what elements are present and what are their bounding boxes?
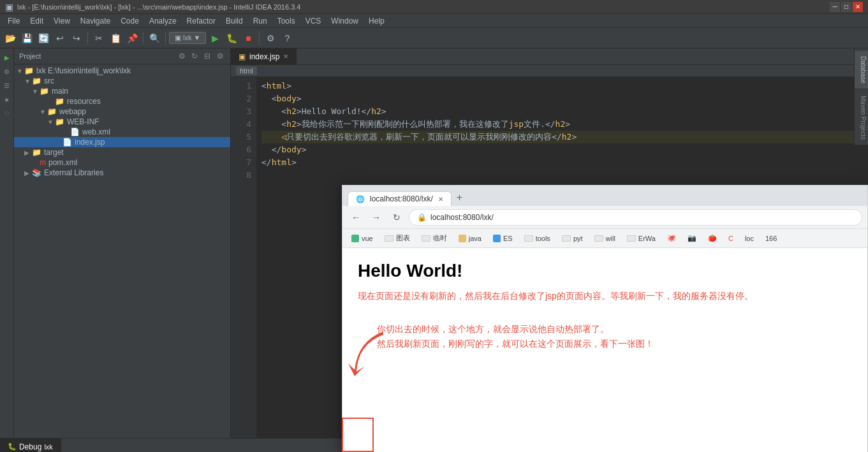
- menu-item-analyze[interactable]: Analyze: [144, 15, 182, 27]
- menu-item-view[interactable]: View: [48, 15, 75, 27]
- browser-tab-lxk[interactable]: 🌐 localhost:8080/lxk/ ✕: [348, 191, 452, 206]
- browser-tab-close[interactable]: ✕: [438, 196, 443, 203]
- bookmark-extra-1[interactable]: 📷: [684, 233, 700, 244]
- tree-arrow-src: ▼: [24, 78, 32, 85]
- maximize-button[interactable]: □: [841, 2, 851, 12]
- tree-label-pomxml: pom.xml: [48, 158, 77, 167]
- menu-item-run[interactable]: Run: [248, 15, 272, 27]
- bookmark-github[interactable]: 🐙: [663, 233, 680, 244]
- panel-collapse-icon[interactable]: ⊟: [202, 51, 212, 61]
- address-bar[interactable]: 🔒 localhost:8080/lxk/: [409, 209, 862, 226]
- tree-item-indexjsp[interactable]: 📄 index.jsp: [14, 137, 230, 147]
- debug-button[interactable]: 🐛: [224, 31, 239, 46]
- bookmark-erwa[interactable]: ErWa: [623, 233, 659, 244]
- close-button[interactable]: ✕: [853, 2, 863, 12]
- menu-item-build[interactable]: Build: [221, 15, 248, 27]
- menu-item-window[interactable]: Window: [326, 15, 364, 27]
- tree-item-extlibs[interactable]: ▶ 📚 External Libraries: [14, 168, 230, 178]
- left-sidebar-icon-5[interactable]: ♡: [1, 107, 13, 120]
- bookmark-extra-2[interactable]: 🍅: [704, 233, 721, 244]
- tab-close-indexjsp[interactable]: ✕: [283, 53, 288, 60]
- tree-item-lxk[interactable]: ▼ 📁 lxk E:\fusion\intellij_work\lxk: [14, 66, 230, 76]
- tree-item-pomxml[interactable]: m pom.xml: [14, 157, 230, 168]
- bookmark-es[interactable]: ES: [489, 233, 517, 244]
- bookmark-vue[interactable]: vue: [348, 233, 377, 244]
- panel-sync-icon[interactable]: ↻: [189, 51, 200, 61]
- left-sidebar-icon-4[interactable]: ★: [1, 93, 13, 106]
- toolbar-undo-button[interactable]: ↩: [52, 31, 68, 46]
- stop-button[interactable]: ■: [240, 31, 256, 46]
- toolbar-separator-1: [87, 32, 88, 45]
- bookmark-java-icon: [459, 235, 466, 242]
- panel-gear-icon[interactable]: ⚙: [215, 51, 225, 61]
- bookmark-temp[interactable]: 临时: [418, 232, 451, 244]
- breadcrumb: html: [231, 65, 868, 77]
- new-tab-button[interactable]: +: [452, 189, 467, 206]
- tree-item-target[interactable]: ▶ 📁 target: [14, 147, 230, 157]
- right-panel-database[interactable]: Database: [855, 51, 868, 89]
- toolbar-open-button[interactable]: 📂: [3, 31, 18, 46]
- line-num-2: 2: [231, 92, 251, 105]
- toolbar-find-button[interactable]: 🔍: [147, 31, 162, 46]
- left-sidebar-icon-3[interactable]: ☰: [1, 79, 13, 92]
- browser-heading: Hello World!: [358, 261, 852, 281]
- bottom-tab-debug[interactable]: 🐛 Debug lxk: [0, 439, 61, 452]
- line-num-3: 3: [231, 105, 251, 118]
- tree-item-webxml[interactable]: 📄 web.xml: [14, 127, 230, 137]
- toolbar-redo-button[interactable]: ↪: [69, 31, 84, 46]
- bookmark-pyt[interactable]: pyt: [558, 233, 587, 244]
- run-config-button[interactable]: ▣ lxk ▼: [169, 32, 206, 44]
- left-sidebar-icon-1[interactable]: ▶: [1, 51, 13, 64]
- tree-item-src[interactable]: ▼ 📁 src: [14, 76, 230, 86]
- menu-item-refactor[interactable]: Refactor: [182, 15, 221, 27]
- right-panel-maven[interactable]: Maven Projects: [855, 91, 868, 145]
- tree-item-webapp[interactable]: ▼ 📁 webapp: [14, 106, 230, 117]
- tree-label-indexjsp: index.jsp: [75, 138, 105, 147]
- bookmark-tools[interactable]: tools: [520, 233, 554, 244]
- left-sidebar-icon-2[interactable]: ⚙: [1, 65, 13, 78]
- tree-item-main[interactable]: ▼ 📁 main: [14, 86, 230, 96]
- bookmark-java[interactable]: java: [455, 233, 485, 244]
- run-button[interactable]: ▶: [207, 31, 223, 46]
- tree-arrow-target: ▶: [24, 149, 32, 156]
- menu-item-file[interactable]: File: [3, 15, 25, 27]
- breadcrumb-html[interactable]: html: [236, 66, 257, 75]
- bookmark-charts[interactable]: 图表: [381, 232, 414, 244]
- tree-arrow-webinf: ▼: [47, 119, 55, 126]
- toolbar-paste-button[interactable]: 📌: [124, 31, 140, 46]
- toolbar-copy-button[interactable]: 📋: [108, 31, 123, 46]
- panel-settings-icon[interactable]: ⚙: [177, 51, 187, 61]
- line-num-4: 4: [231, 118, 251, 131]
- tree-item-webinf[interactable]: ▼ 📁 WEB-INF: [14, 117, 230, 127]
- arrow-svg: [345, 328, 396, 379]
- bookmark-will[interactable]: will: [591, 233, 619, 244]
- browser-forward-button[interactable]: →: [368, 209, 385, 226]
- menu-item-vcs[interactable]: VCS: [300, 15, 327, 27]
- url-text: localhost:8080/lxk/: [430, 213, 494, 222]
- menu-bar: FileEditViewNavigateCodeAnalyzeRefactorB…: [0, 14, 868, 28]
- menu-item-help[interactable]: Help: [364, 15, 390, 27]
- menu-item-navigate[interactable]: Navigate: [75, 15, 115, 27]
- code-line-6: </body>: [261, 143, 863, 156]
- code-line-3: <h2>Hello World!</h2>: [261, 105, 863, 118]
- bookmark-charts-icon: [385, 235, 394, 242]
- bookmark-extra-3[interactable]: C: [725, 233, 737, 244]
- toolbar-sync-button[interactable]: 🔄: [36, 31, 51, 46]
- help-button[interactable]: ?: [279, 31, 295, 46]
- bookmark-loc[interactable]: loc: [741, 233, 758, 244]
- editor-tab-indexjsp[interactable]: ▣ index.jsp ✕: [231, 48, 297, 64]
- browser-back-button[interactable]: ←: [348, 209, 364, 226]
- bookmark-tools-icon: [524, 235, 533, 242]
- settings-button[interactable]: ⚙: [263, 31, 278, 46]
- toolbar-save-button[interactable]: 💾: [19, 31, 34, 46]
- tree-label-webapp: webapp: [59, 107, 86, 116]
- menu-item-tools[interactable]: Tools: [272, 15, 300, 27]
- menu-item-edit[interactable]: Edit: [25, 15, 48, 27]
- browser-refresh-button[interactable]: ↻: [388, 209, 405, 226]
- minimize-button[interactable]: ─: [830, 2, 840, 12]
- bookmark-166[interactable]: 166: [761, 233, 781, 244]
- toolbar-cut-button[interactable]: ✂: [91, 31, 107, 46]
- tree-item-resources[interactable]: 📁 resources: [14, 96, 230, 106]
- tree-label-webinf: WEB-INF: [67, 117, 99, 126]
- menu-item-code[interactable]: Code: [115, 15, 144, 27]
